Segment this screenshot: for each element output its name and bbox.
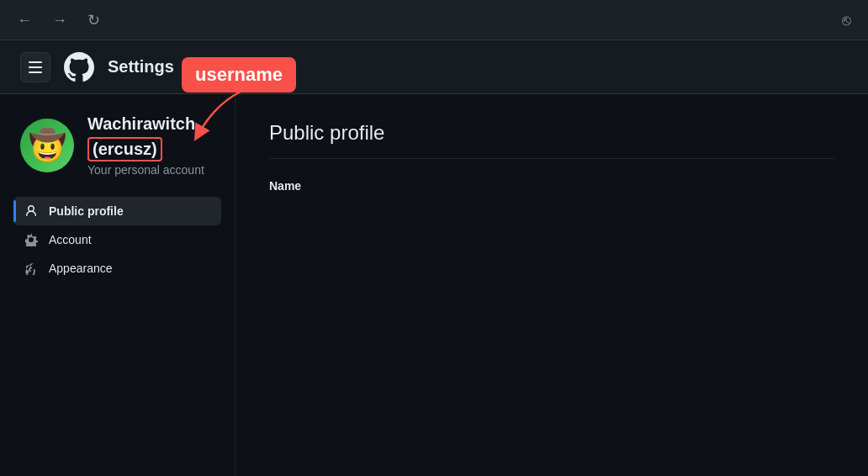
reload-button[interactable]: ↻ <box>84 9 103 31</box>
sidebar-item-account[interactable]: Account <box>13 225 221 254</box>
gear-icon <box>24 232 39 247</box>
header-title: Settings <box>108 57 174 77</box>
person-icon <box>24 204 39 219</box>
github-header: Settings <box>0 40 868 94</box>
main-content: 🤠 Wachirawitch (ercusz) Your personal ac… <box>0 94 868 476</box>
share-button[interactable]: ⎋ <box>839 9 855 31</box>
github-logo[interactable] <box>64 52 94 82</box>
sidebar-item-label: Public profile <box>49 204 124 218</box>
sidebar-item-public-profile[interactable]: Public profile <box>13 197 221 225</box>
sidebar-item-appearance[interactable]: Appearance <box>13 254 221 283</box>
forward-button[interactable]: → <box>49 9 71 31</box>
hamburger-icon <box>29 61 42 73</box>
account-type: Your personal account <box>87 163 214 177</box>
nav-list: Public profile Account Appearance <box>13 197 221 283</box>
section-title: Public profile <box>269 121 834 145</box>
avatar-emoji: 🤠 <box>29 130 66 161</box>
sidebar: 🤠 Wachirawitch (ercusz) Your personal ac… <box>0 94 236 476</box>
back-button[interactable]: ← <box>13 9 35 31</box>
section-divider <box>269 158 834 159</box>
right-panel: Public profile Name <box>236 94 868 476</box>
username-annotation: username <box>182 57 296 93</box>
user-profile: 🤠 Wachirawitch (ercusz) Your personal ac… <box>13 114 221 197</box>
brush-icon <box>24 261 39 276</box>
browser-toolbar: ← → ↻ ⎋ <box>0 0 868 40</box>
username-badge: (ercusz) <box>87 137 162 161</box>
sidebar-item-label: Appearance <box>49 262 113 275</box>
menu-button[interactable] <box>20 52 50 82</box>
display-name-text: Wachirawitch <box>87 114 195 134</box>
annotation-arrow <box>190 87 257 146</box>
name-label: Name <box>269 179 834 193</box>
avatar: 🤠 <box>20 119 74 172</box>
sidebar-item-label: Account <box>49 233 92 246</box>
